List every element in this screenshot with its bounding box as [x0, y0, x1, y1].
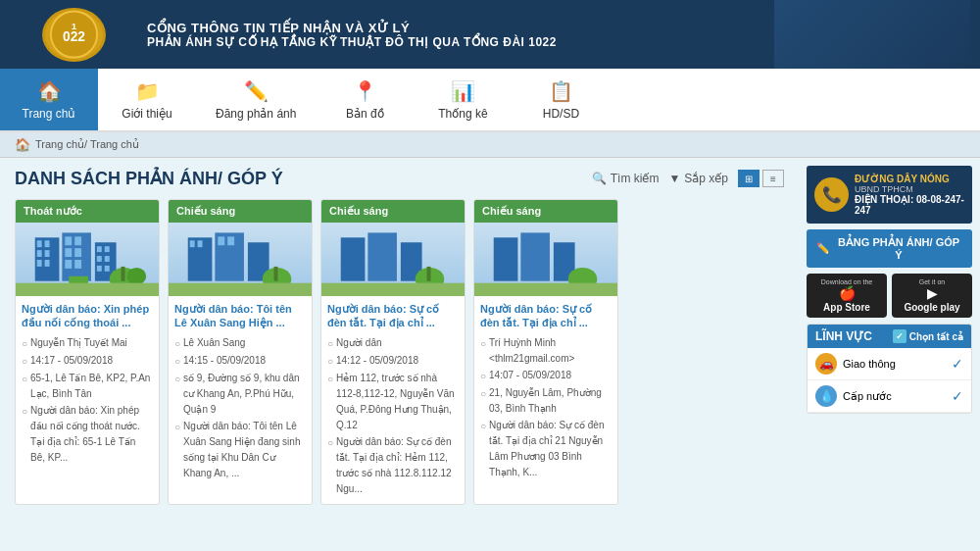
nav-item-guide[interactable]: 📋 HD/SD: [512, 69, 610, 130]
nav-label-map: Bản đồ: [346, 107, 384, 121]
sort-label: Sắp xếp: [684, 172, 728, 185]
nav-item-map[interactable]: 📍 Bản đồ: [316, 69, 414, 130]
filter-icon: ▼: [668, 172, 680, 185]
traffic-icon: 🚗: [815, 353, 837, 375]
card-1-desc: Người dân báo: Tôi tên Lê Xuân Sang Hiện…: [183, 419, 306, 481]
nav-label-stats: Thống kê: [438, 107, 487, 121]
lv-label-traffic: Giao thông: [843, 358, 896, 370]
card-1-info: ○Lê Xuân Sang ○14:15 - 05/09/2018 ○số 9,…: [174, 335, 306, 481]
card-0-date: 14:17 - 05/09/2018: [30, 353, 113, 369]
logo: 1 022: [42, 8, 106, 62]
map-icon: 📍: [353, 79, 377, 103]
card-1-addr: số 9, Đường số 9, khu dân cư Khang An, P…: [183, 371, 306, 418]
list-view-button[interactable]: ≡: [762, 170, 784, 187]
nav-label-report: Đăng phản ánh: [216, 107, 296, 121]
card-3-addr: 21, Nguyễn Lâm, Phường 03, Bình Thạnh: [489, 385, 612, 417]
nav-item-report[interactable]: ✏️ Đăng phản ánh: [196, 69, 316, 130]
hotline-icon: 📞: [814, 177, 849, 212]
card-0-info: ○Nguyễn Thị Tuyết Mai ○14:17 - 05/09/201…: [22, 335, 153, 466]
sidebar-right: 📞 ĐƯỜNG DÂY NÓNG UBND TPHCM ĐIỆN THOẠI: …: [799, 158, 980, 551]
linh-vuc-title: LĨNH VỰC: [815, 329, 872, 343]
svg-rect-33: [198, 240, 203, 247]
svg-rect-46: [427, 267, 431, 281]
svg-rect-50: [520, 232, 550, 280]
select-all-button[interactable]: ✓ Chọn tất cả: [893, 329, 963, 343]
nav: 🏠 Trang chủ 📁 Giới thiệu ✏️ Đăng phản án…: [0, 69, 980, 132]
card-1-image: [169, 223, 312, 296]
svg-rect-15: [74, 248, 81, 257]
card-2-addr: Hẻm 112, trước số nhà 112-8,112-12, Nguy…: [336, 371, 459, 433]
sort-button[interactable]: ▼ Sắp xếp: [668, 172, 728, 185]
card-1-category: Chiếu sáng: [169, 200, 312, 223]
svg-rect-23: [97, 266, 102, 272]
search-button[interactable]: 🔍 Tìm kiếm: [592, 172, 660, 185]
home-icon: 🏠: [37, 79, 62, 103]
breadcrumb-text: Trang chủ/ Trang chủ: [35, 138, 139, 151]
card-1-title: Người dân báo: Tôi tên Lê Xuân Sang Hiện…: [174, 302, 306, 330]
google-play-top-text: Get it on: [919, 278, 945, 285]
card-0: Thoát nước: [15, 199, 160, 505]
svg-rect-8: [45, 250, 50, 257]
header-text: CỔNG THÔNG TIN TIẾP NHẬN VÀ XỬ LÝ PHẢN Á…: [137, 21, 774, 49]
svg-rect-22: [105, 256, 110, 262]
svg-rect-17: [74, 260, 81, 269]
card-2-image: [321, 223, 465, 296]
cards-grid: Thoát nước: [15, 199, 784, 505]
svg-rect-19: [97, 246, 102, 252]
page-actions: 🔍 Tìm kiếm ▼ Sắp xếp ⊞ ≡: [592, 170, 784, 187]
svg-rect-32: [190, 240, 195, 247]
card-0-addr: 65-1, Lê Tấn Bê, KP2, P.An Lạc, Bình Tân: [30, 371, 153, 402]
card-3-image: [474, 223, 617, 296]
svg-rect-7: [37, 250, 42, 257]
svg-rect-13: [74, 236, 81, 245]
svg-rect-26: [122, 267, 125, 281]
svg-rect-16: [65, 260, 72, 269]
linh-vuc-section: LĨNH VỰC ✓ Chọn tất cả 🚗 Giao thông ✓ 💧 …: [807, 324, 972, 414]
svg-rect-24: [105, 266, 110, 272]
card-0-image: [16, 223, 159, 296]
svg-rect-12: [65, 236, 72, 245]
card-3-body: Người dân báo: Sự cố đèn tắt. Tại địa ch…: [474, 296, 617, 487]
card-2-desc: Người dân báo: Sự cố đèn tắt. Tại địa ch…: [336, 434, 459, 497]
card-3-person: Trí Huỳnh Minh <thlm21gmail.com>: [489, 335, 612, 367]
card-2-body: Người dân báo: Sự cố đèn tắt. Tại địa ch…: [321, 296, 465, 504]
card-3-category: Chiếu sáng: [474, 200, 617, 223]
svg-rect-6: [45, 240, 50, 247]
app-store-button[interactable]: Download on the 🍎 App Store: [807, 274, 887, 318]
linh-vuc-header: LĨNH VỰC ✓ Chọn tất cả: [808, 325, 971, 348]
edit-icon: ✏️: [244, 79, 269, 103]
header-line2: PHẢN ÁNH SỰ CỐ HẠ TẦNG KỸ THUẬT ĐÔ THỊ Q…: [147, 35, 774, 49]
card-0-category: Thoát nước: [16, 200, 159, 223]
hotline-box: 📞 ĐƯỜNG DÂY NÓNG UBND TPHCM ĐIỆN THOẠI: …: [807, 166, 972, 224]
card-2-person: Người dân: [336, 335, 381, 351]
breadcrumb: 🏠 Trang chủ/ Trang chủ: [0, 132, 980, 158]
view-toggle: ⊞ ≡: [738, 170, 784, 187]
google-play-button[interactable]: Get it on ▶ Google play: [892, 274, 972, 318]
report-label: BẢNG PHẢN ÁNH/ GÓP Ý: [835, 236, 962, 261]
card-0-desc: Người dân báo: Xin phép đầu nối cống tho…: [30, 403, 153, 466]
card-3-date: 14:07 - 05/09/2018: [489, 368, 571, 383]
search-label: Tìm kiếm: [611, 172, 660, 185]
hotline-text: ĐƯỜNG DÂY NÓNG UBND TPHCM ĐIỆN THOẠI: 08…: [855, 174, 964, 216]
lv-item-water[interactable]: 💧 Cấp nước ✓: [808, 380, 971, 413]
check-icon: ✓: [893, 329, 906, 343]
nav-item-home[interactable]: 🏠 Trang chủ: [0, 69, 98, 130]
nav-item-stats[interactable]: 📊 Thống kê: [414, 69, 512, 130]
lv-check-traffic: ✓: [952, 356, 963, 372]
apple-icon: 🍎: [839, 285, 856, 301]
card-0-person: Nguyễn Thị Tuyết Mai: [30, 335, 127, 351]
chart-icon: 📊: [451, 79, 475, 103]
store-buttons: Download on the 🍎 App Store Get it on ▶ …: [807, 274, 972, 318]
card-0-title: Người dân báo: Xin phép đầu nối cống tho…: [22, 302, 153, 330]
nav-item-intro[interactable]: 📁 Giới thiệu: [98, 69, 196, 130]
svg-rect-36: [227, 236, 234, 245]
select-all-label: Chọn tất cả: [909, 331, 963, 342]
report-button[interactable]: ✏️ BẢNG PHẢN ÁNH/ GÓP Ý: [807, 229, 972, 268]
card-0-body: Người dân báo: Xin phép đầu nối cống tho…: [16, 296, 159, 473]
card-1-body: Người dân báo: Tôi tên Lê Xuân Sang Hiện…: [169, 296, 312, 488]
svg-rect-47: [321, 283, 465, 296]
svg-rect-10: [45, 260, 50, 267]
grid-view-button[interactable]: ⊞: [738, 170, 760, 187]
lv-item-traffic[interactable]: 🚗 Giao thông ✓: [808, 348, 971, 380]
svg-rect-20: [105, 246, 110, 252]
